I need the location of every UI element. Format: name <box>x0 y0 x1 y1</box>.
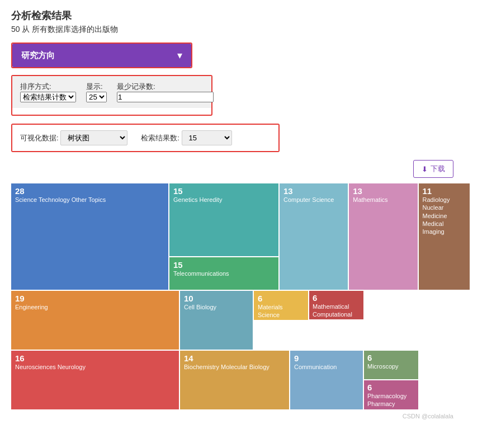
sort-bar-border: 排序方式: 检索结果计数字母顺序 显示: 251050 最少记录数: <box>11 75 212 116</box>
research-dropdown[interactable]: 研究方向 ▾ <box>12 44 191 67</box>
sort-select[interactable]: 检索结果计数字母顺序 <box>20 92 76 102</box>
treemap-cell-telecom[interactable]: 15 Telecommunications <box>169 257 278 290</box>
treemap-cell-microscopy[interactable]: 6 Microscopy <box>364 351 418 379</box>
min-records-field: 最少记录数: <box>117 82 214 102</box>
treemap-cell-communication[interactable]: 9 Communication <box>290 351 363 409</box>
viz-type-select[interactable]: 树状图条形图 <box>60 130 127 145</box>
sort-label: 排序方式: <box>20 82 51 91</box>
treemap-cell-neuro[interactable]: 16 Neurosciences Neurology <box>11 351 179 409</box>
download-button[interactable]: ⬇ 下载 <box>413 160 453 178</box>
viz-bar: 可视化数据: 树状图条形图 检索结果数: 15102550 <box>12 125 278 151</box>
display-select[interactable]: 251050 <box>86 92 107 102</box>
viz-bar-border: 可视化数据: 树状图条形图 检索结果数: 15102550 <box>11 124 280 152</box>
research-dropdown-wrapper: 研究方向 ▾ <box>11 43 192 68</box>
watermark: CSDN @colalalala <box>11 413 453 419</box>
treemap-cell-cell-biology[interactable]: 10 Cell Biology <box>180 291 253 350</box>
treemap-cell-radiology[interactable]: 11 Radiology Nuclear Medicine Medical Im… <box>419 183 470 290</box>
treemap-cell-pharmacology[interactable]: 6 Pharmacology Pharmacy <box>364 380 418 409</box>
display-label: 显示: <box>86 82 103 91</box>
sort-field: 排序方式: 检索结果计数字母顺序 <box>20 82 76 102</box>
results-count-field: 检索结果数: 15102550 <box>141 130 231 145</box>
results-label: 检索结果数: <box>141 134 179 142</box>
download-row: ⬇ 下载 <box>11 160 453 178</box>
treemap-cell-materials[interactable]: 6 Materials Science <box>254 291 308 320</box>
treemap-cell-genetics[interactable]: 15 Genetics Heredity <box>169 183 278 256</box>
treemap-row-2: 19 Engineering 10 Cell Biology 6 Materia… <box>11 291 470 350</box>
research-dropdown-label: 研究方向 <box>21 50 55 61</box>
treemap-cell-mathematics[interactable]: 13 Mathematics <box>349 183 417 290</box>
display-field: 显示: 251050 <box>86 82 107 102</box>
subtitle: 50 从 所有数据库选择的出版物 <box>11 25 476 35</box>
viz-type-field: 可视化数据: 树状图条形图 <box>20 130 127 145</box>
download-label: 下载 <box>431 164 445 174</box>
treemap: 28 Science Technology Other Topics 15 Ge… <box>11 183 470 409</box>
treemap-col-2: 15 Genetics Heredity 15 Telecommunicatio… <box>169 183 278 290</box>
sort-bar: 排序方式: 检索结果计数字母顺序 显示: 251050 最少记录数: <box>12 76 211 108</box>
min-records-input[interactable] <box>117 92 214 102</box>
treemap-row-1: 28 Science Technology Other Topics 15 Ge… <box>11 183 470 290</box>
viz-label: 可视化数据: <box>20 134 59 142</box>
treemap-row-3: 16 Neurosciences Neurology 14 Biochemist… <box>11 351 470 409</box>
treemap-cell-biochem2[interactable]: 14 Biochemistry Molecular Biology <box>180 351 289 409</box>
chevron-down-icon: ▾ <box>177 49 182 62</box>
treemap-cell-science-tech[interactable]: 28 Science Technology Other Topics <box>11 183 168 290</box>
download-icon: ⬇ <box>422 165 428 173</box>
results-count-select[interactable]: 15102550 <box>182 130 232 145</box>
treemap-cell-engineering[interactable]: 19 Engineering <box>11 291 179 350</box>
page-wrapper: 分析检索结果 50 从 所有数据库选择的出版物 研究方向 ▾ 排序方式: 检索结… <box>0 0 487 448</box>
page-title: 分析检索结果 <box>11 9 476 22</box>
min-records-label: 最少记录数: <box>117 82 155 91</box>
treemap-cell-math-comp-bio[interactable]: 6 Mathematical Computational Biology <box>309 291 363 319</box>
treemap-cell-computer-science[interactable]: 13 Computer Science <box>280 183 348 290</box>
